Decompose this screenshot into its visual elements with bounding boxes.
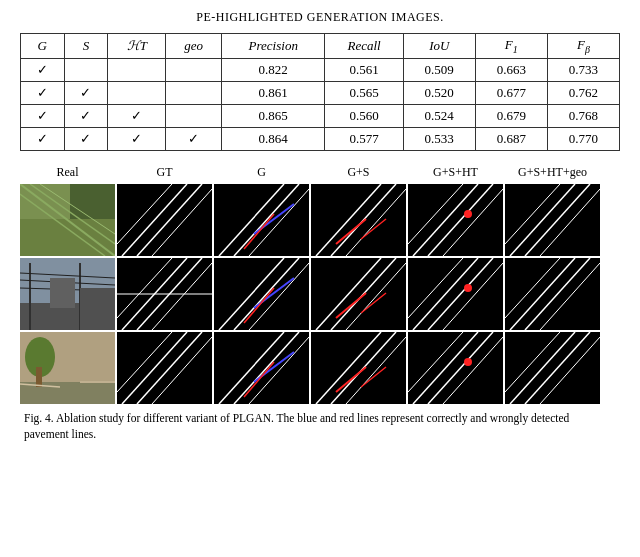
- col-label-1: GT: [117, 165, 212, 180]
- img-cell-r1-c2: [214, 258, 309, 330]
- cell-IoU-row1: 0.520: [403, 81, 475, 104]
- cell-S-row0: [64, 58, 108, 81]
- cell-F1-row1: 0.677: [475, 81, 547, 104]
- img-cell-r0-c1: [117, 184, 212, 256]
- cell-HT-row2: ✓: [108, 104, 166, 127]
- cell-G-row2: ✓: [21, 104, 65, 127]
- cell-S-row3: ✓: [64, 127, 108, 150]
- img-cell-r2-c0: [20, 332, 115, 404]
- col-header-f1: F1: [475, 34, 547, 59]
- image-grid-row3: [20, 332, 620, 404]
- img-cell-r2-c4: [408, 332, 503, 404]
- cell-G-row1: ✓: [21, 81, 65, 104]
- image-grid-row2: [20, 258, 620, 330]
- cell-Recall-row2: 0.560: [325, 104, 403, 127]
- cell-geo-row0: [166, 58, 222, 81]
- table-row: ✓✓0.8610.5650.5200.6770.762: [21, 81, 620, 104]
- cell-IoU-row2: 0.524: [403, 104, 475, 127]
- cell-IoU-row0: 0.509: [403, 58, 475, 81]
- svg-rect-79: [36, 367, 42, 387]
- cell-geo-row3: ✓: [166, 127, 222, 150]
- svg-point-69: [464, 284, 472, 292]
- col-label-2: G: [214, 165, 309, 180]
- cell-HT-row1: [108, 81, 166, 104]
- svg-point-104: [464, 358, 472, 366]
- col-label-0: Real: [20, 165, 115, 180]
- cell-F1-row3: 0.687: [475, 127, 547, 150]
- cell-S-row1: ✓: [64, 81, 108, 104]
- img-cell-r2-c3: [311, 332, 406, 404]
- svg-rect-2: [70, 184, 115, 219]
- cell-Precision-row1: 0.861: [222, 81, 325, 104]
- cell-geo-row2: [166, 104, 222, 127]
- img-cell-r1-c4: [408, 258, 503, 330]
- table-title: PE-Highlighted Generation Images.: [20, 10, 620, 25]
- cell-Fb-row3: 0.770: [547, 127, 619, 150]
- col-header-recall: Recall: [325, 34, 403, 59]
- img-cell-r2-c1: [117, 332, 212, 404]
- cell-F1-row2: 0.679: [475, 104, 547, 127]
- cell-IoU-row3: 0.533: [403, 127, 475, 150]
- img-cell-r1-c5: [505, 258, 600, 330]
- col-label-3: G+S: [311, 165, 406, 180]
- cell-Recall-row1: 0.565: [325, 81, 403, 104]
- col-header-precision: Precision: [222, 34, 325, 59]
- cell-Precision-row3: 0.864: [222, 127, 325, 150]
- cell-Recall-row0: 0.561: [325, 58, 403, 81]
- img-cell-r1-c1: [117, 258, 212, 330]
- cell-Fb-row0: 0.733: [547, 58, 619, 81]
- col-header-geo: geo: [166, 34, 222, 59]
- img-cell-r0-c3: [311, 184, 406, 256]
- svg-point-30: [464, 210, 472, 218]
- img-cell-r0-c2: [214, 184, 309, 256]
- img-cell-r0-c5: [505, 184, 600, 256]
- data-table: G S ℋT geo Precision Recall IoU F1 Fβ ✓0…: [20, 33, 620, 151]
- col-header-G: G: [21, 34, 65, 59]
- col-label-5: G+S+HT+geo: [505, 165, 600, 180]
- col-header-HT: ℋT: [108, 34, 166, 59]
- column-labels: RealGTGG+SG+S+HTG+S+HT+geo: [20, 165, 620, 180]
- cell-geo-row1: [166, 81, 222, 104]
- col-label-4: G+S+HT: [408, 165, 503, 180]
- cell-Precision-row2: 0.865: [222, 104, 325, 127]
- img-cell-r1-c0: [20, 258, 115, 330]
- cell-Precision-row0: 0.822: [222, 58, 325, 81]
- table-row: ✓✓✓0.8650.5600.5240.6790.768: [21, 104, 620, 127]
- cell-Recall-row3: 0.577: [325, 127, 403, 150]
- img-cell-r0-c0: [20, 184, 115, 256]
- img-cell-r2-c2: [214, 332, 309, 404]
- img-cell-r2-c5: [505, 332, 600, 404]
- image-grid-row1: [20, 184, 620, 256]
- cell-HT-row3: ✓: [108, 127, 166, 150]
- cell-Fb-row1: 0.762: [547, 81, 619, 104]
- cell-G-row3: ✓: [21, 127, 65, 150]
- img-cell-r1-c3: [311, 258, 406, 330]
- table-row: ✓0.8220.5610.5090.6630.733: [21, 58, 620, 81]
- cell-G-row0: ✓: [21, 58, 65, 81]
- figure-caption: Fig. 4. Ablation study for different var…: [20, 410, 620, 442]
- cell-S-row2: ✓: [64, 104, 108, 127]
- cell-F1-row0: 0.663: [475, 58, 547, 81]
- svg-rect-44: [50, 278, 75, 308]
- cell-HT-row0: [108, 58, 166, 81]
- table-row: ✓✓✓✓0.8640.5770.5330.6870.770: [21, 127, 620, 150]
- svg-rect-45: [80, 288, 115, 330]
- col-header-S: S: [64, 34, 108, 59]
- col-header-iou: IoU: [403, 34, 475, 59]
- cell-Fb-row2: 0.768: [547, 104, 619, 127]
- col-header-fb: Fβ: [547, 34, 619, 59]
- img-cell-r0-c4: [408, 184, 503, 256]
